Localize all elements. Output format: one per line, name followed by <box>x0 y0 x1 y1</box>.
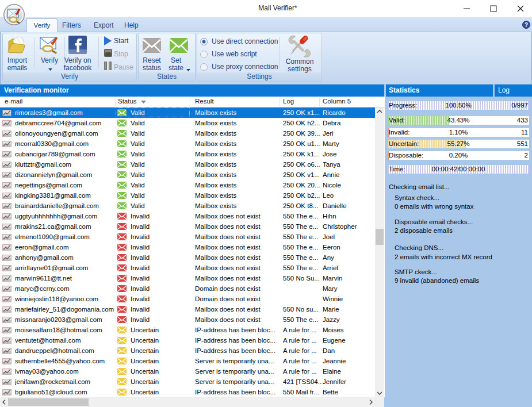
svg-text:?: ? <box>525 22 528 28</box>
